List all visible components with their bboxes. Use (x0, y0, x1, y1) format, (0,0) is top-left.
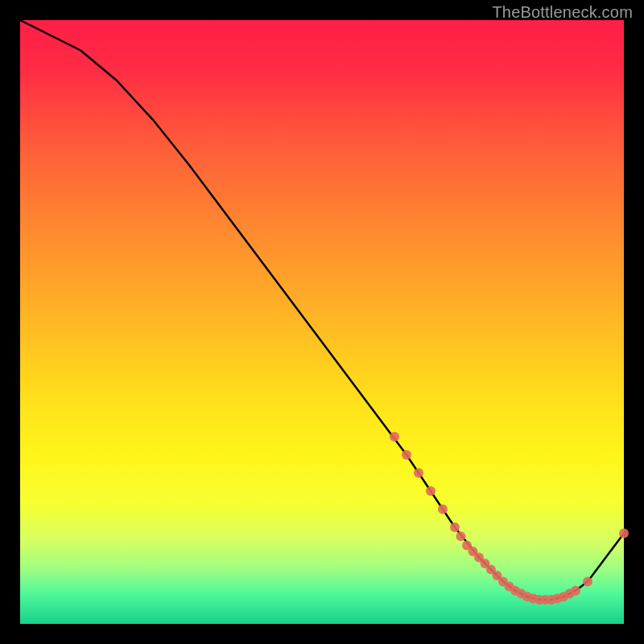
plot-background (20, 20, 624, 624)
data-point (450, 522, 460, 532)
chart-stage: TheBottleneck.com (0, 0, 644, 644)
data-point (414, 469, 423, 478)
data-point (456, 531, 466, 541)
data-point (390, 432, 399, 442)
chart-svg (0, 0, 644, 644)
data-point (571, 586, 580, 596)
data-point (438, 505, 448, 514)
data-point (402, 450, 411, 460)
watermark-text: TheBottleneck.com (492, 3, 633, 22)
data-point (619, 529, 629, 539)
data-point (583, 577, 592, 587)
data-point (426, 486, 436, 496)
